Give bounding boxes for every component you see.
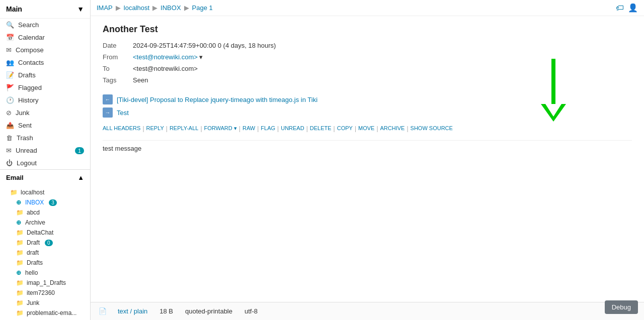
sidebar-sent-label: Sent xyxy=(18,122,32,129)
drafts-icon: 📝 xyxy=(6,71,14,79)
sidebar-item-search[interactable]: 🔍 Search xyxy=(0,19,90,31)
attachment-charset: utf-8 xyxy=(245,307,258,315)
sidebar-logout-label: Logout xyxy=(17,159,37,167)
folder-inbox-label: INBOX xyxy=(25,199,44,206)
action-forward[interactable]: FORWARD ▾ xyxy=(204,125,237,132)
folder-imap-drafts[interactable]: 📁 imap_1_Drafts xyxy=(0,278,90,288)
sidebar-item-history[interactable]: 🕐 History xyxy=(0,94,90,106)
folder-sent[interactable]: 📁 sent xyxy=(0,318,90,320)
action-raw[interactable]: RAW xyxy=(243,125,255,132)
email-section-collapse-icon: ▲ xyxy=(77,174,84,181)
from-dropdown-icon[interactable]: ▾ xyxy=(199,53,203,61)
email-body-area: Another Test Date 2024-09-25T14:47:59+00… xyxy=(91,16,644,302)
history-icon: 🕐 xyxy=(6,96,14,104)
email-section-header[interactable]: Email ▲ xyxy=(0,169,90,185)
thread-next-item: → Test xyxy=(103,106,632,119)
archive-plus-icon: ⊕ xyxy=(16,219,21,226)
folder-item72360-label: item72360 xyxy=(27,289,55,296)
folder-junk[interactable]: 📁 Junk xyxy=(0,298,90,308)
sidebar-item-contacts[interactable]: 👥 Contacts xyxy=(0,56,90,69)
folder-draft-label: Draft xyxy=(27,239,40,246)
debug-button[interactable]: Debug xyxy=(605,300,638,314)
attachment-size: 18 B xyxy=(159,307,173,315)
sidebar-item-sent[interactable]: 📤 Sent xyxy=(0,119,90,132)
action-show-source[interactable]: SHOW SOURCE xyxy=(411,125,453,132)
sidebar-item-junk[interactable]: ⊘ Junk xyxy=(0,106,90,119)
breadcrumb-page1[interactable]: Page 1 xyxy=(192,4,213,12)
action-flag[interactable]: FLAG xyxy=(261,125,275,132)
folder-draft-icon: 📁 xyxy=(16,239,24,246)
sidebar-item-unread[interactable]: ✉ Unread 1 xyxy=(0,144,90,157)
sidebar-compose-label: Compose xyxy=(16,46,44,54)
folder-problematic-icon: 📁 xyxy=(16,309,24,316)
sidebar-unread-label: Unread xyxy=(16,147,37,154)
date-value: 2024-09-25T14:47:59+00:00 0 (4 days, 18 … xyxy=(133,41,632,50)
sidebar-item-flagged[interactable]: 🚩 Flagged xyxy=(0,81,90,94)
thread-next-link[interactable]: Test xyxy=(117,109,129,117)
breadcrumb-sep-1: ▶ xyxy=(116,4,121,12)
user-settings-icon[interactable]: 👤 xyxy=(628,3,638,13)
folder-inbox[interactable]: ⊕ INBOX 3 xyxy=(0,197,90,207)
inbox-badge: 3 xyxy=(49,199,57,206)
folder-imap-drafts-icon: 📁 xyxy=(16,279,24,286)
sidebar-header[interactable]: Main ▼ xyxy=(0,0,90,19)
sidebar-item-drafts[interactable]: 📝 Drafts xyxy=(0,69,90,81)
to-label: To xyxy=(103,64,133,73)
folder-server[interactable]: 📁 localhost xyxy=(0,187,90,197)
action-move[interactable]: MOVE xyxy=(358,125,374,132)
folder-drafts[interactable]: 📁 Drafts xyxy=(0,258,90,268)
folder-deltachat[interactable]: 📁 DeltaChat xyxy=(0,228,90,238)
folder-abcd-icon: 📁 xyxy=(16,209,24,216)
folder-draft2-label: draft xyxy=(27,249,39,256)
unread-icon: ✉ xyxy=(6,147,12,154)
action-reply[interactable]: REPLY xyxy=(146,125,164,132)
hello-plus-icon: ⊕ xyxy=(16,269,21,276)
folder-deltachat-icon: 📁 xyxy=(16,229,24,236)
folder-problematic[interactable]: 📁 problematic-ema... xyxy=(0,308,90,318)
folder-hello-label: hello xyxy=(25,269,38,276)
thread-prev-icon: ← xyxy=(103,94,113,104)
folder-problematic-label: problematic-ema... xyxy=(27,309,76,316)
sidebar-item-logout[interactable]: ⏻ Logout xyxy=(0,157,90,169)
folder-draft[interactable]: 📁 draft xyxy=(0,248,90,258)
attachment-bar: 📄 text / plain 18 B quoted-printable utf… xyxy=(91,302,644,320)
sidebar-item-calendar[interactable]: 📅 Calendar xyxy=(0,31,90,44)
from-value: <test@notrewiki.com> ▾ xyxy=(133,52,632,62)
action-sep-7: | xyxy=(306,125,308,132)
email-subject: Another Test xyxy=(103,24,632,35)
folder-draft-0[interactable]: 📁 Draft 0 xyxy=(0,238,90,248)
sidebar-item-compose[interactable]: ✉ Compose xyxy=(0,44,90,56)
breadcrumb-localhost[interactable]: localhost xyxy=(124,4,149,12)
action-unread[interactable]: UNREAD xyxy=(281,125,304,132)
action-reply-all[interactable]: REPLY-ALL xyxy=(170,125,198,132)
sidebar-drafts-label: Drafts xyxy=(18,71,36,79)
thread-next-icon: → xyxy=(103,108,113,118)
action-copy[interactable]: COPY xyxy=(337,125,353,132)
sidebar-item-trash[interactable]: 🗑 Trash xyxy=(0,132,90,144)
email-threads: ← [Tiki-devel] Proposal to Replace jquer… xyxy=(103,93,632,119)
sidebar-collapse-icon[interactable]: ▼ xyxy=(77,5,84,13)
sent-icon: 📤 xyxy=(6,122,14,129)
logout-icon: ⏻ xyxy=(6,159,13,167)
folder-abcd[interactable]: 📁 abcd xyxy=(0,207,90,218)
breadcrumb-imap[interactable]: IMAP xyxy=(97,4,113,12)
breadcrumb-inbox[interactable]: INBOX xyxy=(160,4,181,12)
date-label: Date xyxy=(103,41,133,50)
folder-hello[interactable]: ⊕ hello xyxy=(0,268,90,278)
breadcrumb-sep-2: ▶ xyxy=(152,4,157,12)
action-delete[interactable]: DELETE xyxy=(310,125,332,132)
thread-prev-link[interactable]: [Tiki-devel] Proposal to Replace jquery-… xyxy=(117,96,317,103)
action-all-headers[interactable]: ALL HEADERS xyxy=(103,125,140,132)
action-archive[interactable]: ARCHIVE xyxy=(380,125,405,132)
attachment-type-link[interactable]: text / plain xyxy=(118,307,147,315)
folder-archive[interactable]: ⊕ Archive xyxy=(0,218,90,228)
breadcrumb-sep-3: ▶ xyxy=(184,4,189,12)
attachment-encoding: quoted-printable xyxy=(185,307,232,315)
action-sep-8: | xyxy=(334,125,335,132)
from-email-link[interactable]: <test@notrewiki.com> xyxy=(133,53,198,61)
from-label: From xyxy=(103,52,133,62)
thread-prev-item: ← [Tiki-devel] Proposal to Replace jquer… xyxy=(103,93,632,106)
folder-drafts-icon: 📁 xyxy=(16,259,24,266)
folder-item72360[interactable]: 📁 item72360 xyxy=(0,288,90,298)
tag-icon[interactable]: 🏷 xyxy=(616,4,624,13)
